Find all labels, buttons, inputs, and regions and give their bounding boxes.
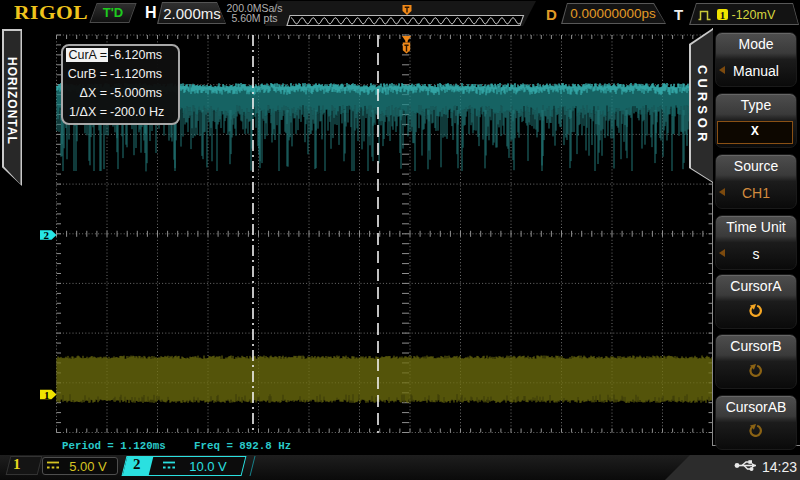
svg-text:2: 2 bbox=[44, 229, 50, 241]
svg-text:1: 1 bbox=[44, 389, 50, 401]
svg-text:Freq = 892.8 Hz: Freq = 892.8 Hz bbox=[194, 440, 291, 452]
svg-text:Period = 1.120ms: Period = 1.120ms bbox=[62, 440, 166, 452]
